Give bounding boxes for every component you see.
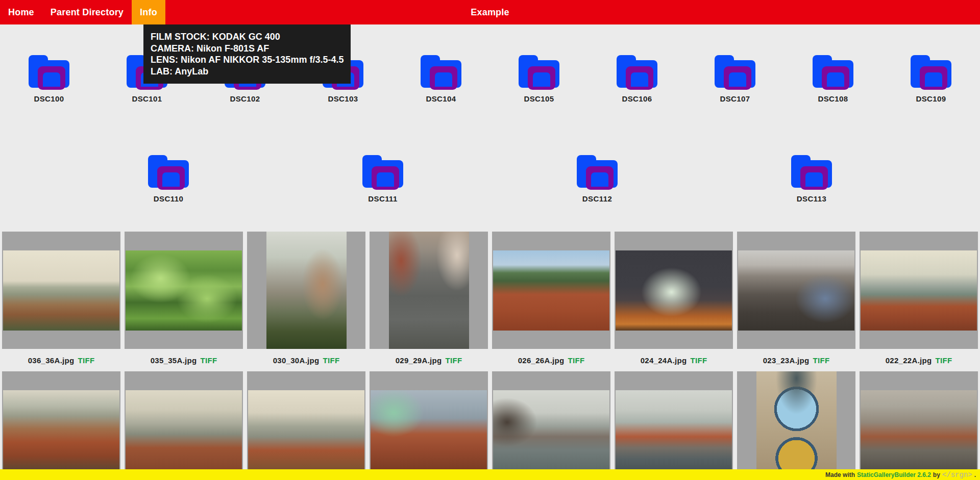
folder-icon [813,55,853,88]
image-label: 026_26A.jpgTIFF [518,349,585,371]
footer-builder-link[interactable]: StaticGalleryBuilder 2.6.2 [857,471,931,478]
folder-item[interactable]: DSC104 [392,24,490,124]
image-cell: 029_29A.jpgTIFF [368,232,490,371]
image-cell [245,371,368,480]
nav-item-home[interactable]: Home [0,0,42,24]
image-filename: 035_35A.jpg [151,356,197,365]
image-tile[interactable] [247,232,365,349]
photo-thumbnail [493,390,609,470]
image-tile[interactable] [492,232,610,349]
image-filename: 030_30A.jpg [273,356,320,365]
photo-thumbnail [126,390,242,470]
image-cell: 030_30A.jpgTIFF [245,232,368,371]
folder-door-shape [586,166,614,190]
folder-icon [911,55,951,88]
image-label: 024_24A.jpgTIFF [641,349,707,371]
format-badge: TIFF [323,356,340,365]
folder-item[interactable]: DSC106 [588,24,686,124]
folder-door-shape [430,66,457,90]
info-tooltip: FILM STOCK: KODAK GC 400 CAMERA: Nikon F… [143,24,351,84]
photo-thumbnail [738,250,854,331]
image-tile[interactable] [370,371,488,480]
folder-label: DSC110 [154,194,183,203]
image-cell: 023_23A.jpgTIFF [735,232,857,371]
image-cell: 026_26A.jpgTIFF [490,232,612,371]
image-tile[interactable] [860,232,978,349]
folder-item[interactable]: DSC111 [276,124,490,224]
page-title: Example [471,7,509,18]
folder-door-shape [626,66,653,90]
image-label: 022_22A.jpgTIFF [886,349,952,371]
format-badge: TIFF [568,356,585,365]
image-tile[interactable] [615,232,733,349]
folder-item[interactable]: DSC112 [490,124,704,224]
folder-door-shape [920,66,947,90]
folder-item[interactable]: DSC113 [704,124,919,224]
nav-item-info[interactable]: Info [132,0,165,24]
folder-label: DSC111 [368,194,397,203]
image-tile[interactable] [492,371,610,480]
image-tile[interactable] [860,371,978,480]
image-filename: 022_22A.jpg [886,356,932,365]
folder-label: DSC106 [622,94,652,103]
folder-item[interactable]: DSC109 [882,24,980,124]
folder-item[interactable]: DSC107 [686,24,784,124]
folder-label: DSC107 [720,94,750,103]
folder-label: DSC104 [426,94,456,103]
folder-label: DSC100 [34,94,64,103]
image-cell [612,371,735,480]
srgn-logo[interactable]: </srgn> [942,471,972,479]
image-tile[interactable] [125,232,243,349]
photo-thumbnail [3,390,119,470]
top-nav-bar: Home Parent Directory Info Example [0,0,980,24]
photo-thumbnail [126,250,242,331]
image-cell: 024_24A.jpgTIFF [612,232,735,371]
image-label: 036_36A.jpgTIFF [28,349,95,371]
photo-thumbnail [493,250,609,331]
format-badge: TIFF [201,356,217,365]
folder-item[interactable]: DSC110 [61,124,276,224]
folder-door-shape [528,66,555,90]
folder-icon [791,155,832,188]
image-tile[interactable] [2,232,120,349]
folder-door-shape [372,166,399,190]
photo-thumbnail [861,390,977,470]
image-tile[interactable] [370,232,488,349]
image-cell [857,371,980,480]
photo-thumbnail [248,390,364,470]
tooltip-line-film-stock: FILM STOCK: KODAK GC 400 [151,31,344,43]
nav-item-parent-directory[interactable]: Parent Directory [42,0,132,24]
folder-item[interactable]: DSC108 [784,24,882,124]
folder-item[interactable]: DSC100 [0,24,98,124]
image-filename: 026_26A.jpg [518,356,565,365]
image-cell [368,371,490,480]
folder-icon [29,55,69,88]
image-cell [735,371,857,480]
image-tile[interactable] [737,232,855,349]
folder-item[interactable]: DSC105 [490,24,588,124]
image-tile[interactable] [737,371,855,480]
folder-door-shape [822,66,849,90]
footer-bar: Made with StaticGalleryBuilder 2.6.2 by … [0,469,980,480]
image-tile[interactable] [2,371,120,480]
folder-label: DSC108 [818,94,848,103]
image-cell [122,371,245,480]
photo-thumbnail [616,250,732,331]
image-tile[interactable] [615,371,733,480]
image-cell: 022_22A.jpgTIFF [857,232,980,371]
folder-row-2: DSC110DSC111DSC112DSC113 [0,124,980,224]
tooltip-line-lab: LAB: AnyLab [151,66,344,78]
folder-icon [362,155,403,188]
image-label: 030_30A.jpgTIFF [273,349,340,371]
footer-by-text: by [933,471,940,478]
format-badge: TIFF [813,356,830,365]
photo-thumbnail [756,371,837,480]
format-badge: TIFF [936,356,952,365]
photo-thumbnail [389,232,469,349]
folder-label: DSC102 [230,94,260,103]
folder-door-shape [724,66,751,90]
folder-icon [519,55,559,88]
image-tile[interactable] [247,371,365,480]
image-label: 023_23A.jpgTIFF [763,349,830,371]
image-tile[interactable] [125,371,243,480]
